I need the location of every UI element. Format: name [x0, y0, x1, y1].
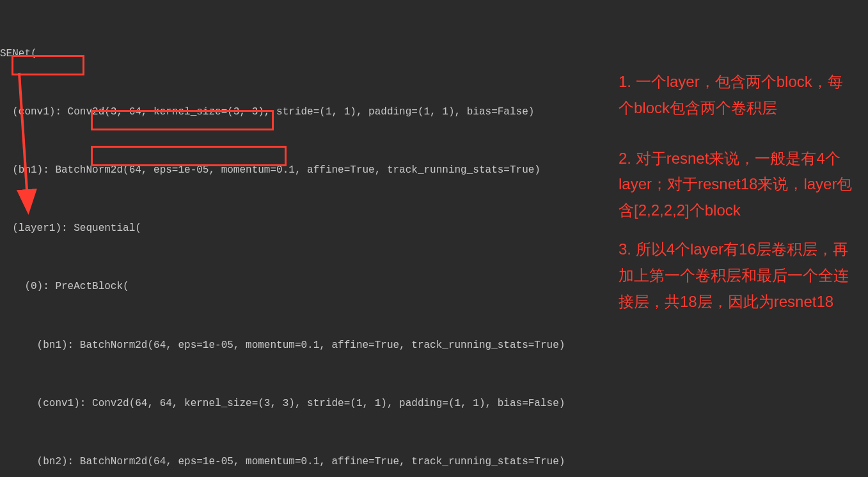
code-line: SENet( — [0, 44, 571, 63]
annotation-note-1: 1. 一个layer，包含两个block，每个block包含两个卷积层 — [619, 69, 855, 121]
code-line: (bn2): BatchNorm2d(64, eps=1e-05, moment… — [0, 452, 571, 471]
annotation-panel: 1. 一个layer，包含两个block，每个block包含两个卷积层 2. 对… — [619, 69, 855, 315]
code-line: (conv1): Conv2d(3, 64, kernel_size=(3, 3… — [0, 102, 571, 121]
code-line: (conv1): Conv2d(64, 64, kernel_size=(3, … — [0, 394, 571, 413]
annotation-note-2: 2. 对于resnet来说，一般是有4个layer；对于resnet18来说，l… — [619, 146, 855, 224]
code-block: SENet( (conv1): Conv2d(3, 64, kernel_siz… — [0, 0, 571, 477]
code-line: (bn1): BatchNorm2d(64, eps=1e-05, moment… — [0, 336, 571, 355]
annotation-note-3: 3. 所以4个layer有16层卷积层，再加上第一个卷积层和最后一个全连接层，共… — [619, 237, 855, 315]
code-line: (0): PreActBlock( — [0, 277, 571, 296]
code-line: (layer1): Sequential( — [0, 219, 571, 238]
code-line: (bn1): BatchNorm2d(64, eps=1e-05, moment… — [0, 160, 571, 180]
